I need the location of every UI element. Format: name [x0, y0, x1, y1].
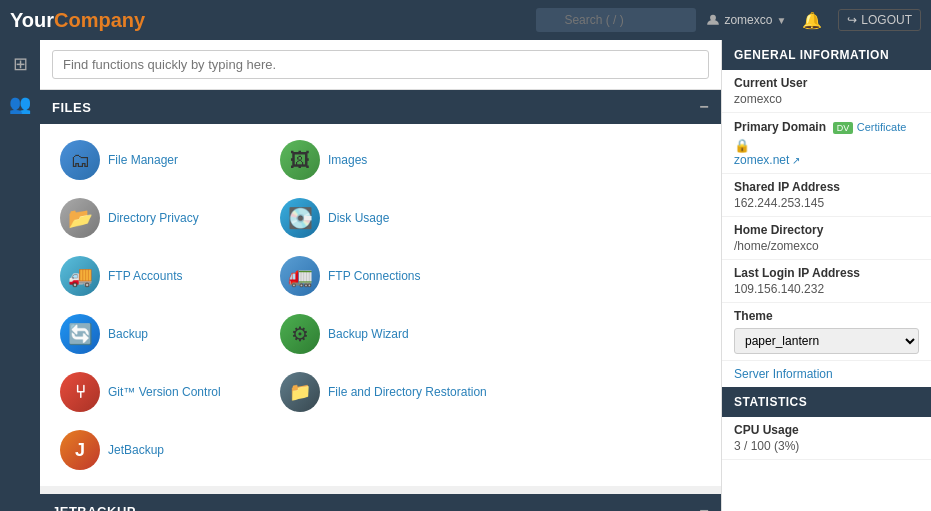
- primary-domain-label: Primary Domain: [734, 120, 826, 134]
- external-link-icon: ↗: [792, 155, 800, 166]
- logo-company: Company: [54, 9, 145, 31]
- list-item[interactable]: J JetBackup: [52, 424, 272, 476]
- notifications-bell[interactable]: 🔔: [802, 11, 822, 30]
- general-info-title: GENERAL INFORMATION: [734, 48, 889, 62]
- top-navigation: YourCompany zomexco ▼ 🔔 ↪ LOGOUT: [0, 0, 931, 40]
- function-search-input[interactable]: [52, 50, 709, 79]
- files-section-header: FILES −: [40, 90, 721, 124]
- list-item[interactable]: 🖼 Images: [272, 134, 492, 186]
- cpu-usage-row: CPU Usage 3 / 100 (3%): [722, 417, 931, 460]
- list-item[interactable]: 🚚 FTP Accounts: [52, 250, 272, 302]
- files-section: FILES − 🗂 File Manager 🖼 Images 📂 Direct…: [40, 90, 721, 486]
- list-item[interactable]: ⚙ Backup Wizard: [272, 308, 492, 360]
- logout-label: LOGOUT: [861, 13, 912, 27]
- list-item[interactable]: 🔄 Backup: [52, 308, 272, 360]
- files-section-content: 🗂 File Manager 🖼 Images 📂 Directory Priv…: [40, 124, 721, 486]
- backup-wizard-link[interactable]: Backup Wizard: [328, 327, 409, 341]
- git-icon: ⑂: [60, 372, 100, 412]
- nav-search-input[interactable]: [536, 8, 696, 32]
- backup-icon: 🔄: [60, 314, 100, 354]
- statistics-header: STATISTICS: [722, 387, 931, 417]
- cpu-usage-label: CPU Usage: [734, 423, 919, 437]
- dv-badge: DV: [833, 122, 854, 134]
- list-item[interactable]: ⑂ Git™ Version Control: [52, 366, 272, 418]
- main-content: FILES − 🗂 File Manager 🖼 Images 📂 Direct…: [40, 40, 721, 511]
- ftp-accounts-icon: 🚚: [60, 256, 100, 296]
- list-item[interactable]: 💽 Disk Usage: [272, 192, 492, 244]
- jetbackup-section-title: JETBACKUP: [52, 504, 136, 512]
- current-user-label: Current User: [734, 76, 919, 90]
- list-item[interactable]: 🚛 FTP Connections: [272, 250, 492, 302]
- lock-icon: 🔒: [734, 138, 750, 153]
- nav-search-wrapper: [536, 8, 696, 32]
- theme-select[interactable]: paper_lantern: [734, 328, 919, 354]
- jetbackup-section: JETBACKUP − 👤 + Full Account Backups 📄: [40, 494, 721, 511]
- backup-wizard-icon: ⚙: [280, 314, 320, 354]
- logo-your: Your: [10, 9, 54, 31]
- directory-privacy-link[interactable]: Directory Privacy: [108, 211, 199, 225]
- ftp-connections-icon: 🚛: [280, 256, 320, 296]
- jetbackup-section-header: JETBACKUP −: [40, 494, 721, 511]
- directory-privacy-icon: 📂: [60, 198, 100, 238]
- logout-button[interactable]: ↪ LOGOUT: [838, 9, 921, 31]
- current-user-row: Current User zomexco: [722, 70, 931, 113]
- last-login-value: 109.156.140.232: [734, 282, 919, 296]
- domain-value: zomex.net: [734, 153, 789, 167]
- server-information-link[interactable]: Server Information: [722, 361, 931, 387]
- general-info-header: GENERAL INFORMATION: [722, 40, 931, 70]
- file-manager-icon: 🗂: [60, 140, 100, 180]
- home-dir-label: Home Directory: [734, 223, 919, 237]
- right-panel: GENERAL INFORMATION Current User zomexco…: [721, 40, 931, 511]
- sidebar-grid-icon[interactable]: ⊞: [8, 48, 33, 80]
- git-link[interactable]: Git™ Version Control: [108, 385, 221, 399]
- files-section-title: FILES: [52, 100, 91, 115]
- svg-point-2: [710, 15, 716, 21]
- last-login-row: Last Login IP Address 109.156.140.232: [722, 260, 931, 303]
- shared-ip-label: Shared IP Address: [734, 180, 919, 194]
- logo: YourCompany: [10, 9, 145, 32]
- certificate-link[interactable]: Certificate: [857, 121, 907, 133]
- home-dir-value: /home/zomexco: [734, 239, 919, 253]
- shared-ip-value: 162.244.253.145: [734, 196, 919, 210]
- ftp-accounts-link[interactable]: FTP Accounts: [108, 269, 182, 283]
- images-icon: 🖼: [280, 140, 320, 180]
- file-manager-link[interactable]: File Manager: [108, 153, 178, 167]
- restoration-icon: 📁: [280, 372, 320, 412]
- disk-usage-link[interactable]: Disk Usage: [328, 211, 389, 225]
- theme-row: Theme paper_lantern: [722, 303, 931, 361]
- jetbackup-link[interactable]: JetBackup: [108, 443, 164, 457]
- nav-user-menu[interactable]: zomexco ▼: [706, 13, 786, 27]
- last-login-label: Last Login IP Address: [734, 266, 919, 280]
- chevron-down-icon: ▼: [776, 15, 786, 26]
- shared-ip-row: Shared IP Address 162.244.253.145: [722, 174, 931, 217]
- ftp-connections-link[interactable]: FTP Connections: [328, 269, 421, 283]
- list-item[interactable]: 📁 File and Directory Restoration: [272, 366, 512, 418]
- disk-usage-icon: 💽: [280, 198, 320, 238]
- jetbackup-minimize-button[interactable]: −: [699, 502, 709, 511]
- domain-link[interactable]: zomex.net ↗: [734, 153, 919, 167]
- main-layout: ⊞ 👥 FILES − 🗂 File Manager 🖼: [0, 40, 931, 511]
- primary-domain-row: Primary Domain DV Certificate 🔒 zomex.ne…: [722, 113, 931, 174]
- function-search-bar: [40, 40, 721, 90]
- list-item[interactable]: 🗂 File Manager: [52, 134, 272, 186]
- sidebar-users-icon[interactable]: 👥: [4, 88, 36, 120]
- current-user-value: zomexco: [734, 92, 919, 106]
- list-item[interactable]: 📂 Directory Privacy: [52, 192, 272, 244]
- files-minimize-button[interactable]: −: [699, 98, 709, 116]
- cpu-usage-value: 3 / 100 (3%): [734, 439, 919, 453]
- jetbackup-files-icon: J: [60, 430, 100, 470]
- sidebar: ⊞ 👥: [0, 40, 40, 511]
- images-link[interactable]: Images: [328, 153, 367, 167]
- logout-icon: ↪: [847, 13, 857, 27]
- restoration-link[interactable]: File and Directory Restoration: [328, 385, 487, 399]
- backup-link[interactable]: Backup: [108, 327, 148, 341]
- nav-username: zomexco: [724, 13, 772, 27]
- user-icon: [706, 13, 720, 27]
- theme-label: Theme: [734, 309, 919, 323]
- server-info-row: Server Information: [722, 361, 931, 387]
- home-dir-row: Home Directory /home/zomexco: [722, 217, 931, 260]
- statistics-title: STATISTICS: [734, 395, 807, 409]
